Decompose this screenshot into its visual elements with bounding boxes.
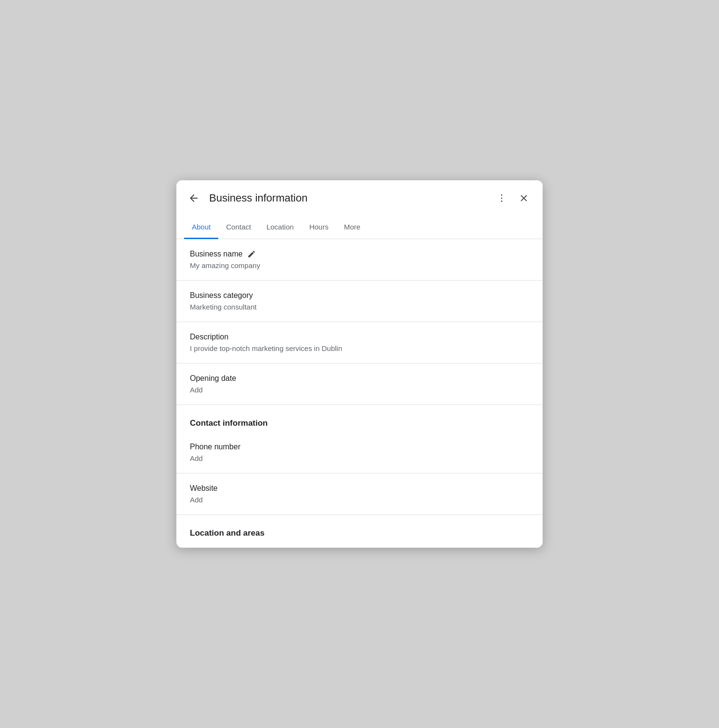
contact-info-title: Contact information: [190, 418, 268, 428]
tabs-bar: About Contact Location Hours More: [176, 216, 543, 239]
description-value: I provide top-notch marketing services i…: [190, 344, 529, 352]
business-category-label: Business category: [190, 291, 253, 300]
business-category-row[interactable]: Business category Marketing consultant: [176, 281, 543, 322]
svg-point-0: [501, 194, 503, 196]
contact-info-section-header: Contact information: [176, 405, 543, 432]
svg-point-2: [501, 201, 503, 202]
back-button[interactable]: [186, 190, 203, 206]
more-options-button[interactable]: [493, 189, 511, 207]
business-category-header: Business category: [190, 291, 529, 300]
business-name-value: My amazing company: [190, 261, 529, 270]
edit-business-name-icon[interactable]: [247, 250, 256, 258]
description-row[interactable]: Description I provide top-notch marketin…: [176, 322, 543, 364]
tab-more[interactable]: More: [336, 216, 368, 239]
location-section-header: Location and areas: [176, 515, 543, 548]
close-button[interactable]: [515, 189, 533, 207]
opening-date-value: Add: [190, 386, 529, 394]
business-category-value: Marketing consultant: [190, 303, 529, 311]
opening-date-label: Opening date: [190, 374, 236, 383]
business-name-header: Business name: [190, 250, 529, 258]
business-info-card: Business information About: [176, 180, 543, 548]
business-name-label: Business name: [190, 250, 242, 258]
location-title: Location and areas: [190, 528, 265, 538]
business-name-row[interactable]: Business name My amazing company: [176, 239, 543, 281]
phone-number-row[interactable]: Phone number Add: [176, 432, 543, 473]
tab-hours[interactable]: Hours: [302, 216, 336, 239]
website-row[interactable]: Website Add: [176, 473, 543, 515]
opening-date-row[interactable]: Opening date Add: [176, 364, 543, 405]
website-value: Add: [190, 496, 529, 504]
tab-contact[interactable]: Contact: [218, 216, 259, 239]
svg-point-1: [501, 198, 503, 199]
phone-number-header: Phone number: [190, 443, 529, 451]
content-area: Business name My amazing company Busines…: [176, 239, 543, 548]
header-actions: [493, 189, 533, 207]
header: Business information: [176, 180, 543, 216]
description-header: Description: [190, 333, 529, 341]
website-label: Website: [190, 484, 218, 493]
website-header: Website: [190, 484, 529, 493]
phone-number-value: Add: [190, 454, 529, 462]
description-label: Description: [190, 333, 228, 341]
phone-number-label: Phone number: [190, 443, 240, 451]
opening-date-header: Opening date: [190, 374, 529, 383]
tab-location[interactable]: Location: [259, 216, 302, 239]
tab-about[interactable]: About: [184, 216, 218, 239]
page-title: Business information: [209, 192, 493, 204]
